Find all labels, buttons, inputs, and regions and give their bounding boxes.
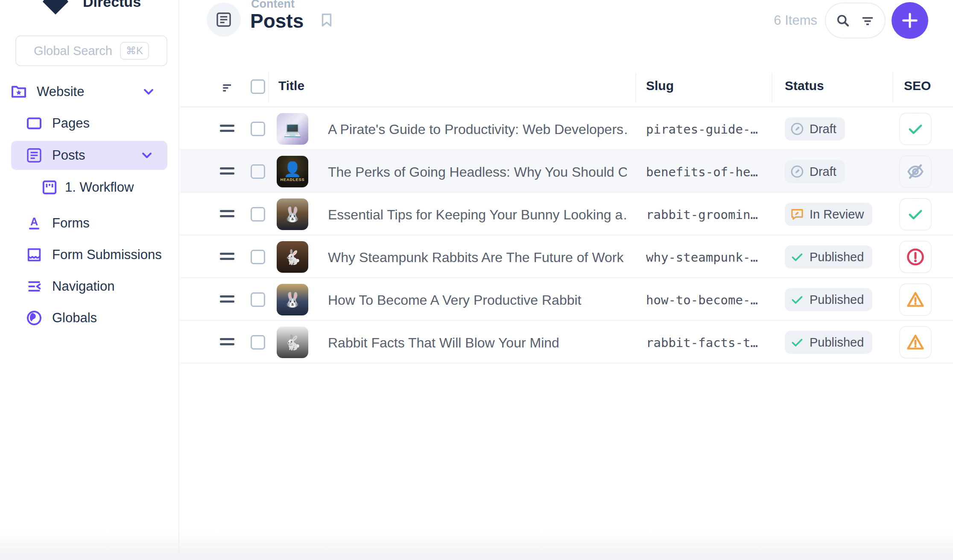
table-row[interactable]: 👤HEADLESS The Perks of Going Headless: W… bbox=[180, 150, 953, 193]
sidebar-item-globals[interactable]: Globals bbox=[0, 304, 178, 332]
status-badge: Published bbox=[785, 331, 872, 354]
bookmark-icon[interactable] bbox=[319, 11, 335, 29]
folder-star-icon bbox=[10, 83, 27, 100]
post-title: A Pirate's Guide to Productivity: Web De… bbox=[328, 122, 627, 137]
post-thumbnail: 🐇 bbox=[277, 327, 308, 358]
chevron-down-icon[interactable] bbox=[139, 148, 155, 163]
row-checkbox[interactable] bbox=[251, 292, 265, 307]
table-row[interactable]: 🐰 How To Become A Very Productive Rabbit… bbox=[180, 278, 953, 321]
row-checkbox[interactable] bbox=[251, 250, 265, 264]
inbox-icon bbox=[26, 246, 43, 263]
select-all-checkbox[interactable] bbox=[251, 79, 265, 94]
plus-icon bbox=[900, 11, 920, 30]
sidebar-item-label: Pages bbox=[0, 116, 90, 131]
seo-status bbox=[899, 113, 932, 145]
search-icon[interactable] bbox=[835, 13, 851, 28]
drag-handle-icon[interactable] bbox=[220, 253, 234, 263]
row-checkbox[interactable] bbox=[251, 122, 265, 136]
post-slug: rabbit-facts-t… bbox=[646, 335, 766, 350]
post-slug: how-to-become-… bbox=[646, 293, 766, 307]
post-slug: pirates-guide-… bbox=[646, 122, 766, 137]
posts-table: Title Slug Status SEO 💻 A Pirate's Guide… bbox=[180, 68, 953, 364]
seo-status bbox=[899, 326, 932, 359]
column-header-slug[interactable]: Slug bbox=[646, 79, 674, 93]
sidebar-item-posts[interactable]: Posts bbox=[11, 141, 167, 170]
keyboard-shortcut-badge: ⌘K bbox=[120, 42, 149, 60]
sidebar-item-label: Globals bbox=[0, 310, 97, 326]
row-checkbox[interactable] bbox=[251, 335, 265, 350]
sort-icon[interactable] bbox=[220, 81, 235, 95]
check-icon bbox=[906, 120, 924, 138]
table-row[interactable]: 🐇 Why Steampunk Rabbits Are The Future o… bbox=[180, 236, 953, 278]
table-row[interactable]: 🐰 Essential Tips for Keeping Your Bunny … bbox=[180, 193, 953, 236]
eye-off-icon bbox=[906, 162, 925, 181]
rate-review-icon bbox=[790, 207, 804, 222]
check-icon bbox=[790, 335, 804, 350]
status-badge: In Review bbox=[785, 203, 872, 226]
drag-handle-icon[interactable] bbox=[220, 125, 234, 135]
table-row[interactable]: 🐇 Rabbit Facts That Will Blow Your Mind … bbox=[180, 321, 953, 364]
sidebar-item-label: Forms bbox=[0, 216, 90, 231]
row-checkbox[interactable] bbox=[251, 164, 265, 179]
add-item-button[interactable] bbox=[892, 2, 928, 39]
window-icon bbox=[26, 115, 43, 132]
search-filter-toolbar bbox=[825, 3, 886, 38]
sidebar-item-website[interactable]: Website bbox=[0, 78, 178, 106]
column-header-title[interactable]: Title bbox=[278, 79, 304, 93]
collection-icon-button[interactable] bbox=[207, 3, 241, 37]
sidebar-item-pages[interactable]: Pages bbox=[0, 109, 178, 137]
global-search-input[interactable]: Global Search ⌘K bbox=[15, 35, 167, 66]
sidebar-item-form-submissions[interactable]: Form Submissions bbox=[0, 241, 178, 269]
chevron-down-icon[interactable] bbox=[141, 84, 156, 99]
draft-icon bbox=[790, 122, 804, 136]
post-thumbnail: 🐰 bbox=[277, 198, 308, 230]
seo-status bbox=[899, 283, 932, 316]
check-icon bbox=[790, 292, 804, 307]
sidebar-item-label: Posts bbox=[11, 148, 85, 163]
sidebar-item-label: Navigation bbox=[0, 279, 114, 294]
sidebar-item-label: Form Submissions bbox=[0, 247, 162, 262]
post-thumbnail: 🐰 bbox=[277, 284, 308, 315]
warning-icon bbox=[906, 290, 925, 309]
post-thumbnail: 👤HEADLESS bbox=[277, 156, 308, 187]
app-logo-row[interactable]: Directus bbox=[0, 0, 178, 19]
drag-handle-icon[interactable] bbox=[220, 338, 234, 348]
post-title: Essential Tips for Keeping Your Bunny Lo… bbox=[328, 207, 627, 223]
post-title: How To Become A Very Productive Rabbit bbox=[328, 292, 627, 308]
column-header-seo[interactable]: SEO bbox=[904, 79, 931, 93]
page-title: Posts bbox=[250, 9, 304, 32]
main-content: Content Posts 6 Items Title Slug Status … bbox=[180, 0, 953, 560]
title-icon bbox=[26, 215, 43, 232]
sidebar-item-navigation[interactable]: Navigation bbox=[0, 272, 178, 300]
sidebar-item-forms[interactable]: Forms bbox=[0, 209, 178, 237]
warning-icon bbox=[906, 333, 925, 352]
drag-handle-icon[interactable] bbox=[220, 167, 234, 178]
post-title: Why Steampunk Rabbits Are The Future of … bbox=[328, 250, 627, 265]
seo-status bbox=[899, 198, 932, 230]
status-badge: Draft bbox=[785, 117, 845, 140]
sidebar-item-label: 1. Workflow bbox=[0, 180, 134, 195]
check-icon bbox=[906, 205, 924, 223]
seo-status bbox=[899, 241, 932, 273]
post-thumbnail: 🐇 bbox=[277, 241, 308, 273]
sidebar-item-workflow[interactable]: 1. Workflow bbox=[0, 173, 178, 201]
sidebar: Directus Global Search ⌘K Website Pages … bbox=[0, 0, 179, 560]
column-header-status[interactable]: Status bbox=[785, 79, 824, 93]
row-checkbox[interactable] bbox=[251, 207, 265, 222]
post-slug: benefits-of-he… bbox=[646, 165, 766, 179]
article-icon bbox=[26, 147, 43, 164]
post-title: Rabbit Facts That Will Blow Your Mind bbox=[328, 335, 627, 351]
seo-status bbox=[899, 155, 932, 188]
drag-handle-icon[interactable] bbox=[220, 210, 234, 220]
globe-icon bbox=[26, 309, 43, 327]
post-title: The Perks of Going Headless: Why You Sho… bbox=[328, 164, 627, 180]
post-slug: why-steampunk-… bbox=[646, 250, 766, 265]
table-row[interactable]: 💻 A Pirate's Guide to Productivity: Web … bbox=[180, 108, 953, 150]
draft-icon bbox=[790, 164, 804, 179]
article-icon bbox=[215, 11, 232, 28]
sidebar-nav: Website Pages Posts 1. Workflow Forms Fo… bbox=[0, 78, 178, 332]
drag-handle-icon[interactable] bbox=[220, 295, 234, 306]
table-header: Title Slug Status SEO bbox=[180, 68, 953, 108]
filter-icon[interactable] bbox=[860, 13, 875, 28]
post-thumbnail: 💻 bbox=[277, 113, 308, 145]
